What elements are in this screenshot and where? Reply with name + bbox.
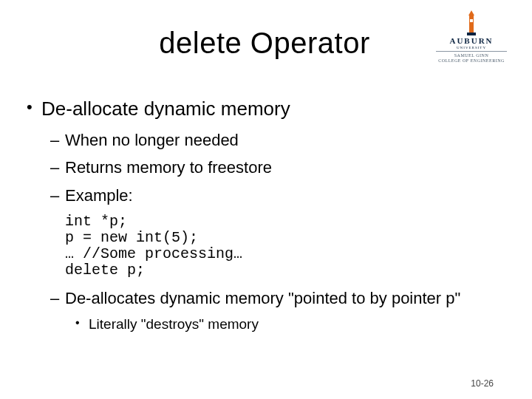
logo-college-line1: SAMUEL GINN <box>436 53 507 58</box>
slide-title: delete Operator <box>159 27 369 60</box>
bullet-l2-4: De-allocates dynamic memory "pointed to … <box>27 289 502 307</box>
bullet-l2-3: Example: <box>27 186 502 205</box>
bullet-l2-1: When no longer needed <box>27 131 502 149</box>
code-block: int *p; p = new int(5); … //Some process… <box>65 214 502 279</box>
title-row: delete Operator AUBURN UNIVERSITY SAMUEL… <box>27 21 502 80</box>
bullet-l2-2: Returns memory to freestore <box>27 158 502 177</box>
bullet-l3-1: Literally "destroys" memory <box>27 316 502 332</box>
logo-wordmark: AUBURN <box>436 37 507 45</box>
svg-rect-3 <box>470 19 473 22</box>
slide-body: De-allocate dynamic memory When no longe… <box>27 98 502 332</box>
tower-icon <box>436 10 507 35</box>
slide: delete Operator AUBURN UNIVERSITY SAMUEL… <box>0 0 532 399</box>
logo-college-line2: COLLEGE OF ENGINEERING <box>436 58 507 63</box>
bullet-l1-1: De-allocate dynamic memory <box>27 98 502 120</box>
svg-marker-1 <box>468 10 474 16</box>
svg-rect-2 <box>467 33 476 35</box>
svg-rect-0 <box>469 15 474 33</box>
slide-number: 10-26 <box>471 378 494 389</box>
auburn-logo: AUBURN UNIVERSITY SAMUEL GINN COLLEGE OF… <box>436 10 507 63</box>
logo-university: UNIVERSITY <box>436 46 507 52</box>
